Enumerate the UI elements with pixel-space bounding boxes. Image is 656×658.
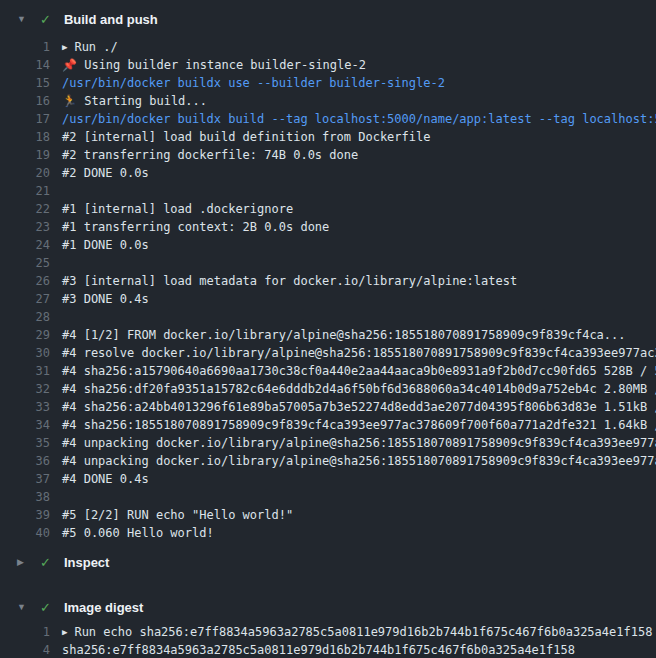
expand-run-triangle-icon[interactable]: ▶: [62, 38, 67, 56]
log-line-text: /usr/bin/docker buildx use --builder bui…: [50, 74, 656, 92]
line-number[interactable]: 25: [0, 254, 50, 272]
log-line-text: #2 transferring dockerfile: 74B 0.0s don…: [50, 146, 656, 164]
line-number[interactable]: 40: [0, 524, 50, 542]
log-row: 18 #2 [internal] load build definition f…: [0, 128, 656, 146]
line-number[interactable]: 30: [0, 344, 50, 362]
section-header-image-digest[interactable]: ▼ ✓ Image digest: [0, 593, 656, 621]
log-line-text: #5 [2/2] RUN echo "Hello world!": [50, 506, 656, 524]
log-line-text: #4 sha256:a15790640a6690aa1730c38cf0a440…: [50, 362, 656, 380]
log-line-text: [50, 254, 656, 272]
log-row: 16 🏃 Starting build...: [0, 92, 656, 110]
log-line-text: #4 resolve docker.io/library/alpine@sha2…: [50, 344, 656, 362]
log-section: ▼ ✓ Image digest 1 ▶Run echo sha256:e7ff…: [0, 593, 656, 658]
chevron-down-icon[interactable]: ▼: [17, 15, 28, 24]
line-number[interactable]: 19: [0, 146, 50, 164]
line-number[interactable]: 1: [0, 38, 50, 56]
log-row: 1 ▶Run ./: [0, 38, 656, 56]
run-command-text: Run echo sha256:e7ff8834a5963a2785c5a081…: [74, 625, 652, 639]
log-line-text: #2 DONE 0.0s: [50, 164, 656, 182]
line-number[interactable]: 20: [0, 164, 50, 182]
line-number[interactable]: 31: [0, 362, 50, 380]
line-number[interactable]: 29: [0, 326, 50, 344]
log-row: 1 ▶Run echo sha256:e7ff8834a5963a2785c5a…: [0, 623, 656, 641]
line-number[interactable]: 22: [0, 200, 50, 218]
line-number[interactable]: 18: [0, 128, 50, 146]
log-line-text: #4 unpacking docker.io/library/alpine@sh…: [50, 452, 656, 470]
log-row: 33 #4 sha256:a24bb4013296f61e89ba57005a7…: [0, 398, 656, 416]
line-number[interactable]: 23: [0, 218, 50, 236]
log-row: 30 #4 resolve docker.io/library/alpine@s…: [0, 344, 656, 362]
log-line-text: sha256:e7ff8834a5963a2785c5a0811e979d16b…: [50, 641, 656, 658]
line-number[interactable]: 37: [0, 470, 50, 488]
section-title: Image digest: [64, 600, 143, 615]
log-line-text: [50, 488, 656, 506]
line-number[interactable]: 21: [0, 182, 50, 200]
section-title: Inspect: [64, 555, 110, 570]
line-number[interactable]: 26: [0, 272, 50, 290]
log-row: 14 📌 Using builder instance builder-sing…: [0, 56, 656, 74]
log-row: 34 #4 sha256:185518070891758909c9f839cf4…: [0, 416, 656, 434]
line-number[interactable]: 24: [0, 236, 50, 254]
line-number[interactable]: 32: [0, 380, 50, 398]
line-number[interactable]: 38: [0, 488, 50, 506]
line-number[interactable]: 35: [0, 434, 50, 452]
line-number[interactable]: 28: [0, 308, 50, 326]
log-line-text: #1 [internal] load .dockerignore: [50, 200, 656, 218]
log-section: ▼ ✓ Build and push 1 ▶Run ./ 14 📌 Using …: [0, 0, 656, 542]
log-row: 36 #4 unpacking docker.io/library/alpine…: [0, 452, 656, 470]
log-row: 19 #2 transferring dockerfile: 74B 0.0s …: [0, 146, 656, 164]
line-number[interactable]: 15: [0, 74, 50, 92]
log-row: 4 sha256:e7ff8834a5963a2785c5a0811e979d1…: [0, 641, 656, 658]
log-line-text: #2 [internal] load build definition from…: [50, 128, 656, 146]
log-line-text: 🏃 Starting build...: [50, 92, 656, 110]
log-row: 35 #4 unpacking docker.io/library/alpine…: [0, 434, 656, 452]
line-number[interactable]: 14: [0, 56, 50, 74]
log-row: 22 #1 [internal] load .dockerignore: [0, 200, 656, 218]
line-number[interactable]: 16: [0, 92, 50, 110]
log-section: ▶ ✓ Inspect: [0, 548, 656, 576]
log-row: 25: [0, 254, 656, 272]
line-number[interactable]: 34: [0, 416, 50, 434]
run-command-text: Run ./: [74, 40, 117, 54]
log-line-text: [50, 182, 656, 200]
log-line-text: /usr/bin/docker buildx build --tag local…: [50, 110, 656, 128]
log-line-text: #1 DONE 0.0s: [50, 236, 656, 254]
log-row: 37 #4 DONE 0.4s: [0, 470, 656, 488]
log-row: 40 #5 0.060 Hello world!: [0, 524, 656, 542]
line-number[interactable]: 39: [0, 506, 50, 524]
check-icon: ✓: [40, 556, 51, 569]
chevron-right-icon[interactable]: ▶: [17, 558, 28, 567]
log-line-text: #3 [internal] load metadata for docker.i…: [50, 272, 656, 290]
log-line-text: #4 [1/2] FROM docker.io/library/alpine@s…: [50, 326, 656, 344]
log-line-text: [50, 308, 656, 326]
log-row: 21: [0, 182, 656, 200]
log-row: 32 #4 sha256:df20fa9351a15782c64e6dddb2d…: [0, 380, 656, 398]
section-title: Build and push: [64, 12, 158, 27]
line-number[interactable]: 36: [0, 452, 50, 470]
line-number[interactable]: 1: [0, 623, 50, 641]
log-row: 28: [0, 308, 656, 326]
log-row: 17 /usr/bin/docker buildx build --tag lo…: [0, 110, 656, 128]
log-row: 31 #4 sha256:a15790640a6690aa1730c38cf0a…: [0, 362, 656, 380]
line-number[interactable]: 17: [0, 110, 50, 128]
log-row: 15 /usr/bin/docker buildx use --builder …: [0, 74, 656, 92]
section-lines: 1 ▶Run echo sha256:e7ff8834a5963a2785c5a…: [0, 621, 656, 658]
log-row: 20 #2 DONE 0.0s: [0, 164, 656, 182]
line-number[interactable]: 27: [0, 290, 50, 308]
log-row: 39 #5 [2/2] RUN echo "Hello world!": [0, 506, 656, 524]
check-icon: ✓: [40, 13, 51, 26]
line-number[interactable]: 4: [0, 641, 50, 658]
log-line-text: #4 sha256:df20fa9351a15782c64e6dddb2d4a6…: [50, 380, 656, 398]
line-number[interactable]: 33: [0, 398, 50, 416]
expand-run-triangle-icon[interactable]: ▶: [62, 623, 67, 641]
workflow-log: ▼ ✓ Build and push 1 ▶Run ./ 14 📌 Using …: [0, 0, 656, 658]
section-header-inspect[interactable]: ▶ ✓ Inspect: [0, 548, 656, 576]
log-line-text: ▶Run echo sha256:e7ff8834a5963a2785c5a08…: [50, 623, 656, 641]
log-row: 26 #3 [internal] load metadata for docke…: [0, 272, 656, 290]
log-row: 27 #3 DONE 0.4s: [0, 290, 656, 308]
log-row: 38: [0, 488, 656, 506]
log-line-text: #4 unpacking docker.io/library/alpine@sh…: [50, 434, 656, 452]
chevron-down-icon[interactable]: ▼: [17, 603, 28, 612]
section-lines: 1 ▶Run ./ 14 📌 Using builder instance bu…: [0, 38, 656, 542]
section-header-build-and-push[interactable]: ▼ ✓ Build and push: [0, 0, 656, 38]
